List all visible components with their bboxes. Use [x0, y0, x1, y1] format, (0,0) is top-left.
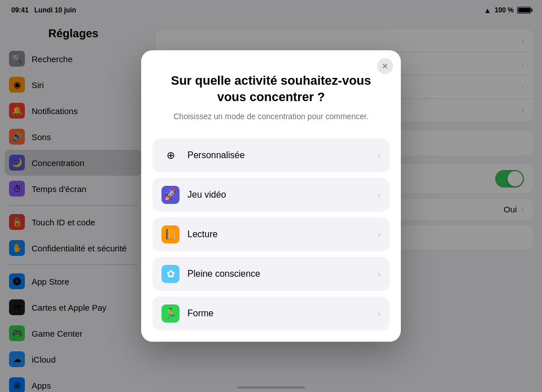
- option-label-personnalisee: Personnalisée: [187, 150, 370, 160]
- option-label-lecture: Lecture: [187, 229, 370, 239]
- option-label-forme: Forme: [187, 308, 370, 319]
- modal-subtitle: Choisissez un mode de concentration pour…: [159, 111, 383, 123]
- option-icon-pleine-conscience: ✿: [161, 265, 180, 283]
- option-pleine-conscience[interactable]: ✿Pleine conscience›: [152, 257, 390, 291]
- option-chevron-forme: ›: [378, 309, 381, 318]
- modal-close-button[interactable]: ✕: [377, 58, 393, 74]
- option-icon-lecture: 📙: [161, 225, 180, 243]
- option-chevron-jeu-video: ›: [378, 190, 381, 199]
- option-icon-jeu-video: 🚀: [161, 186, 180, 204]
- modal-options-list: ⊕Personnalisée›🚀Jeu vidéo›📙Lecture›✿Plei…: [141, 134, 401, 330]
- option-chevron-lecture: ›: [378, 230, 381, 239]
- modal-header: Sur quelle activité souhaitez-vous vous …: [141, 50, 401, 134]
- modal-overlay: ✕ Sur quelle activité souhaitez-vous vou…: [0, 0, 542, 392]
- concentration-modal: ✕ Sur quelle activité souhaitez-vous vou…: [141, 50, 401, 342]
- option-personnalisee[interactable]: ⊕Personnalisée›: [152, 138, 390, 172]
- option-label-pleine-conscience: Pleine conscience: [187, 269, 370, 279]
- modal-title: Sur quelle activité souhaitez-vous vous …: [159, 73, 383, 105]
- option-chevron-personnalisee: ›: [378, 151, 381, 160]
- option-forme[interactable]: 🏃Forme›: [152, 297, 390, 330]
- option-lecture[interactable]: 📙Lecture›: [152, 217, 390, 251]
- option-icon-personnalisee: ⊕: [161, 146, 180, 164]
- option-chevron-pleine-conscience: ›: [378, 269, 381, 278]
- option-icon-forme: 🏃: [161, 304, 180, 323]
- option-label-jeu-video: Jeu vidéo: [187, 190, 370, 200]
- option-jeu-video[interactable]: 🚀Jeu vidéo›: [152, 178, 390, 212]
